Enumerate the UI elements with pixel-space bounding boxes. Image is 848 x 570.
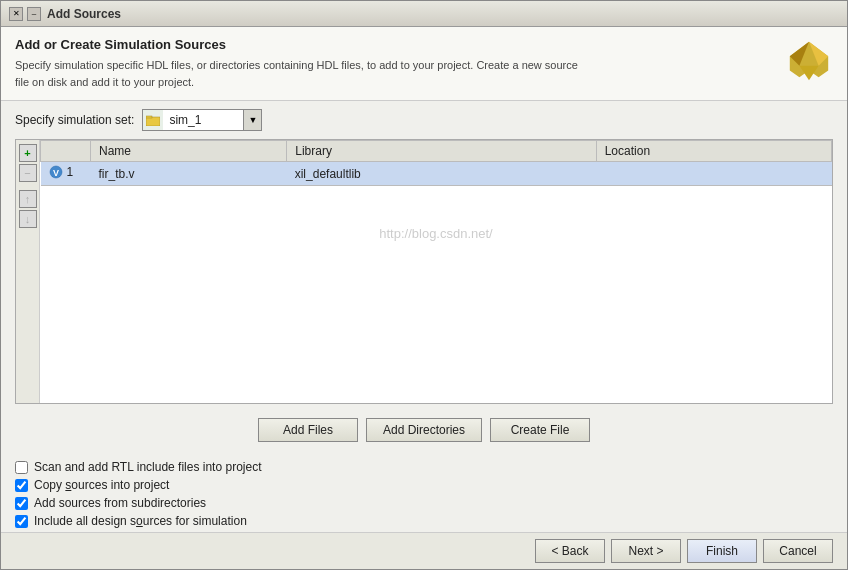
sim-set-value: sim_1	[163, 113, 243, 127]
cell-location	[596, 162, 831, 186]
cell-name: fir_tb.v	[91, 162, 287, 186]
main-window: ✕ – Add Sources Add or Create Simulation…	[0, 0, 848, 570]
svg-text:V: V	[52, 168, 58, 178]
col-location-header: Location	[596, 141, 831, 162]
copy-sources-checkbox[interactable]	[15, 479, 28, 492]
header-main-title: Add or Create Simulation Sources	[15, 37, 773, 52]
sim-set-dropdown-arrow[interactable]: ▼	[243, 110, 261, 130]
remove-row-button[interactable]: −	[19, 164, 37, 182]
sim-set-select[interactable]: sim_1 ▼	[142, 109, 262, 131]
cell-library: xil_defaultlib	[287, 162, 596, 186]
move-up-button[interactable]: ↑	[19, 190, 37, 208]
header-description: Specify simulation specific HDL files, o…	[15, 57, 773, 90]
back-button[interactable]: < Back	[535, 539, 605, 563]
titlebar: ✕ – Add Sources	[1, 1, 847, 27]
next-button[interactable]: Next >	[611, 539, 681, 563]
file-table: Name Library Location V 1	[40, 140, 832, 186]
table-row[interactable]: V 1 fir_tb.v xil_defaultlib	[41, 162, 832, 186]
minimize-button[interactable]: –	[27, 7, 41, 21]
col-index	[41, 141, 91, 162]
watermark: http://blog.csdn.net/	[40, 186, 832, 281]
cancel-button[interactable]: Cancel	[763, 539, 833, 563]
create-file-button[interactable]: Create File	[490, 418, 590, 442]
scan-rtl-checkbox[interactable]	[15, 461, 28, 474]
cell-index: V 1	[41, 162, 91, 186]
sim-set-row: Specify simulation set: sim_1 ▼	[15, 109, 833, 131]
header-text: Add or Create Simulation Sources Specify…	[15, 37, 773, 90]
xilinx-logo	[785, 37, 833, 85]
sim-set-label: Specify simulation set:	[15, 113, 134, 127]
add-subdirs-checkbox[interactable]	[15, 497, 28, 510]
include-design-sources-label: Include all design sources for simulatio…	[34, 514, 247, 528]
add-row-button[interactable]: +	[19, 144, 37, 162]
checkbox-row-2: Copy sources into project	[15, 478, 833, 492]
close-button[interactable]: ✕	[9, 7, 23, 21]
body-section: Specify simulation set: sim_1 ▼ + − ↑ ↓	[1, 101, 847, 456]
scan-rtl-label: Scan and add RTL include files into proj…	[34, 460, 261, 474]
checkbox-row-1: Scan and add RTL include files into proj…	[15, 460, 833, 474]
action-buttons-row: Add Files Add Directories Create File	[15, 412, 833, 448]
finish-button[interactable]: Finish	[687, 539, 757, 563]
add-directories-button[interactable]: Add Directories	[366, 418, 482, 442]
left-toolbar: + − ↑ ↓	[16, 140, 40, 403]
window-controls[interactable]: ✕ –	[9, 7, 41, 21]
checkboxes-section: Scan and add RTL include files into proj…	[1, 456, 847, 532]
add-subdirs-label: Add sources from subdirectories	[34, 496, 206, 510]
svg-rect-4	[146, 117, 160, 126]
table-area: + − ↑ ↓ Name Library Location	[15, 139, 833, 404]
include-design-sources-checkbox[interactable]	[15, 515, 28, 528]
svg-rect-5	[146, 116, 152, 118]
sim-set-folder-icon	[143, 110, 163, 130]
file-table-container: Name Library Location V 1	[40, 140, 832, 403]
window-title: Add Sources	[47, 7, 121, 21]
col-name-header: Name	[91, 141, 287, 162]
move-down-button[interactable]: ↓	[19, 210, 37, 228]
checkbox-row-4: Include all design sources for simulatio…	[15, 514, 833, 528]
header-section: Add or Create Simulation Sources Specify…	[1, 27, 847, 101]
copy-sources-label: Copy sources into project	[34, 478, 169, 492]
col-library-header: Library	[287, 141, 596, 162]
add-files-button[interactable]: Add Files	[258, 418, 358, 442]
footer: < Back Next > Finish Cancel	[1, 532, 847, 569]
table-header-row: Name Library Location	[41, 141, 832, 162]
checkbox-row-3: Add sources from subdirectories	[15, 496, 833, 510]
